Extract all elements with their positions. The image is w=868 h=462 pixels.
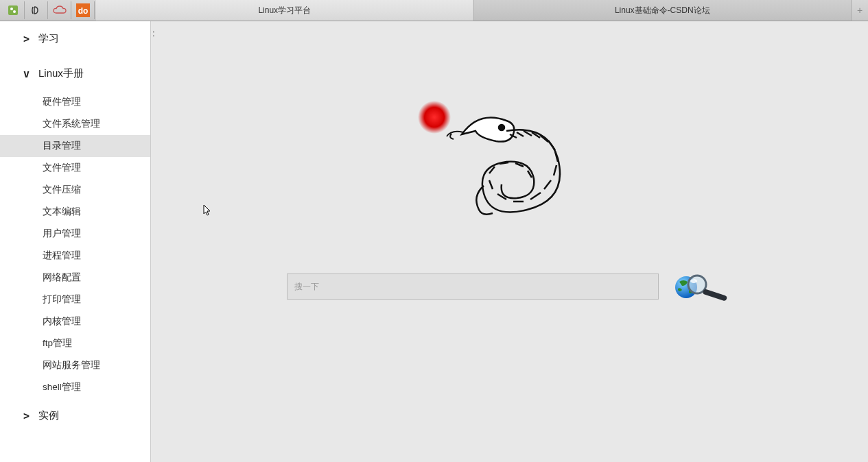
svg-text:do: do [78, 6, 88, 16]
nav-sub-shell[interactable]: shell管理 [0, 376, 150, 398]
nav-sub-label: 文件系统管理 [43, 119, 100, 129]
nav-sub-label: 打印管理 [43, 294, 81, 304]
svg-point-9 [690, 279, 697, 283]
nav-sub-label: 文件管理 [43, 162, 81, 173]
tab-bar: Linux学习平台 Linux基础命令-CSDN论坛 [96, 0, 852, 21]
nav-sub-user[interactable]: 用户管理 [0, 223, 150, 245]
nav-sub-label: 文本编辑 [43, 206, 81, 217]
search-row [287, 271, 733, 302]
tab-csdn-forum[interactable]: Linux基础命令-CSDN论坛 [474, 0, 852, 21]
chevron-right-icon: > [23, 33, 30, 45]
toolbar-icon-1[interactable] [1, 1, 25, 19]
nav-sub-process[interactable]: 进程管理 [0, 245, 150, 267]
nav-section-example[interactable]: > 实例 [0, 398, 150, 433]
svg-rect-0 [8, 5, 18, 15]
toolbar-icon-cloud[interactable] [48, 1, 71, 19]
nav-section-label: 学习 [38, 32, 59, 45]
content-header-marker: : [152, 28, 155, 38]
tab-linux-learning[interactable]: Linux学习平台 [96, 0, 474, 21]
search-input[interactable] [287, 273, 659, 300]
svg-point-6 [499, 125, 504, 130]
tab-label: Linux基础命令-CSDN论坛 [615, 5, 710, 16]
chevron-right-icon: > [23, 410, 30, 422]
sidebar: > 学习 v Linux手册 硬件管理 文件系统管理 目录管理 文件管理 文件压… [0, 21, 151, 462]
nav-sub-network[interactable]: 网络配置 [0, 267, 150, 289]
nav-sub-label: 网络配置 [43, 272, 81, 282]
nav-sub-textedit[interactable]: 文本编辑 [0, 201, 150, 223]
toolbar-icon-2[interactable] [25, 1, 48, 19]
chevron-down-icon: v [23, 68, 30, 80]
nav-sub-file[interactable]: 文件管理 [0, 157, 150, 179]
nav-sub-label: 文件压缩 [43, 184, 81, 195]
nav-sub-hardware[interactable]: 硬件管理 [0, 91, 150, 113]
nav-sub-kernel[interactable]: 内核管理 [0, 311, 150, 332]
globe-magnifier-icon [672, 272, 731, 301]
nav-sub-ftp[interactable]: ftp管理 [0, 332, 150, 354]
cursor-icon [201, 204, 212, 220]
content-area: : [151, 21, 868, 462]
nav-sub-print[interactable]: 打印管理 [0, 289, 150, 311]
toolbar-icon-do[interactable]: do [71, 1, 95, 19]
nav-section-study[interactable]: > 学习 [0, 21, 150, 56]
nav-section-label: Linux手册 [38, 67, 84, 80]
nav-sub-label: 进程管理 [43, 250, 81, 260]
nav-sub-directory[interactable]: 目录管理 [0, 135, 150, 157]
nav-sub-website[interactable]: 网站服务管理 [0, 354, 150, 376]
svg-rect-10 [702, 289, 727, 301]
nav-sub-label: ftp管理 [43, 338, 72, 348]
new-tab-button[interactable]: + [852, 0, 868, 21]
svg-point-5 [418, 101, 451, 134]
nav-sub-label: 硬件管理 [43, 97, 81, 107]
nav-sub-label: 目录管理 [43, 141, 81, 151]
nav-sub-label: shell管理 [43, 382, 81, 392]
nav-sub-compress[interactable]: 文件压缩 [0, 179, 150, 201]
tab-label: Linux学习平台 [258, 5, 311, 16]
main-layout: > 学习 v Linux手册 硬件管理 文件系统管理 目录管理 文件管理 文件压… [0, 21, 868, 462]
toolbar-icon-group: do [0, 0, 96, 21]
nav-sub-label: 网站服务管理 [43, 360, 100, 370]
svg-point-1 [10, 8, 13, 10]
nav-sub-label: 用户管理 [43, 228, 81, 239]
browser-chrome: do Linux学习平台 Linux基础命令-CSDN论坛 + [0, 0, 868, 21]
nav-sub-filesystem[interactable]: 文件系统管理 [0, 113, 150, 135]
logo-snake [414, 97, 606, 227]
nav-section-label: 实例 [38, 409, 59, 422]
svg-point-2 [13, 10, 16, 13]
nav-sub-label: 内核管理 [43, 316, 81, 326]
nav-section-linux-manual[interactable]: v Linux手册 [0, 56, 150, 91]
search-button[interactable] [671, 271, 733, 302]
